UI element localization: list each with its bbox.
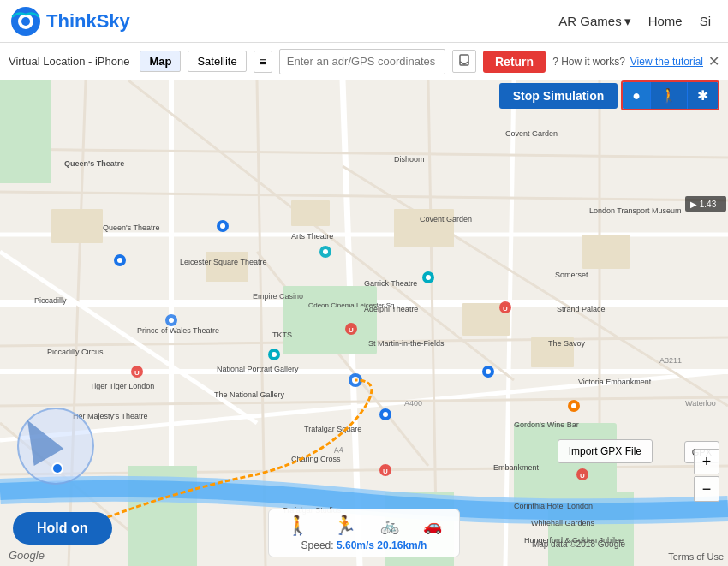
svg-rect-32: [51, 209, 103, 243]
mode-walk-btn[interactable]: 🚶: [651, 82, 688, 109]
bookmark-icon: [458, 54, 470, 66]
mode-record-btn[interactable]: ●: [623, 82, 651, 109]
svg-text:A3211: A3211: [659, 356, 682, 365]
nav-home[interactable]: Home: [648, 14, 683, 28]
toolbar: Virtual Location - iPhone Map Satellite …: [0, 43, 728, 80]
svg-text:Piccadilly Circus: Piccadilly Circus: [47, 348, 104, 356]
map-area[interactable]: U U U U U Queen's Theatre Queen's Theatr…: [0, 80, 728, 566]
nav-area: AR Games ▾ Home Si: [558, 14, 728, 29]
svg-text:▶ 1.43: ▶ 1.43: [690, 200, 717, 209]
compass-circle: [17, 408, 94, 485]
svg-point-42: [169, 318, 174, 323]
zoom-controls: + −: [694, 449, 719, 502]
car-speed-icon[interactable]: 🚗: [423, 516, 442, 535]
svg-text:Queen's Theatre: Queen's Theatre: [103, 223, 160, 232]
svg-text:Whitehall Gardens: Whitehall Gardens: [531, 519, 595, 527]
logo-area: ThinkSky: [0, 6, 558, 37]
svg-text:Piccadilly: Piccadilly: [34, 296, 67, 305]
svg-text:Corinthia Hotel London: Corinthia Hotel London: [514, 502, 593, 510]
tutorial-link[interactable]: View the tutorial: [630, 56, 703, 68]
zoom-out-btn[interactable]: −: [694, 476, 719, 502]
svg-text:U: U: [383, 468, 388, 475]
bike-speed-icon[interactable]: 🚲: [380, 516, 399, 535]
mode-auto-btn[interactable]: ✱: [688, 82, 718, 109]
svg-point-52: [486, 369, 491, 374]
svg-point-44: [323, 249, 328, 254]
map-svg: U U U U U Queen's Theatre Queen's Theatr…: [0, 80, 728, 566]
compass: [17, 408, 94, 485]
help-area: ? How it works? View the tutorial ✕: [552, 53, 719, 69]
svg-text:TKTS: TKTS: [272, 331, 292, 339]
svg-text:National Portrait Gallery: National Portrait Gallery: [217, 365, 299, 373]
svg-text:Covent Garden: Covent Garden: [420, 215, 472, 223]
bookmark-btn[interactable]: [452, 50, 476, 73]
svg-text:St Martin-in-the-Fields: St Martin-in-the-Fields: [368, 339, 445, 348]
svg-text:A4: A4: [333, 445, 343, 455]
svg-point-56: [117, 258, 122, 263]
terms-of-use[interactable]: Terms of Use: [668, 551, 724, 562]
svg-text:U: U: [349, 326, 354, 334]
svg-text:Strand Palace: Strand Palace: [557, 305, 606, 313]
svg-text:Trafalgar Square: Trafalgar Square: [304, 425, 361, 433]
close-btn[interactable]: ✕: [708, 53, 719, 69]
stop-simulation-btn[interactable]: Stop Simulation: [499, 83, 618, 109]
svg-text:Dishoom: Dishoom: [394, 155, 425, 164]
svg-text:Prince of Wales Theatre: Prince of Wales Theatre: [137, 326, 219, 335]
svg-text:U: U: [134, 369, 140, 377]
svg-text:London Transport Museum: London Transport Museum: [589, 206, 682, 215]
map-type-satellite-btn[interactable]: Satellite: [188, 51, 246, 72]
list-icon-btn[interactable]: ≡: [254, 51, 272, 73]
page-title: Virtual Location - iPhone: [9, 55, 129, 68]
svg-text:A400: A400: [404, 399, 422, 408]
coord-input[interactable]: [279, 49, 445, 74]
zoom-in-btn[interactable]: +: [694, 449, 719, 474]
svg-point-58: [571, 403, 576, 408]
sim-controls: Stop Simulation ● 🚶 ✱: [499, 80, 719, 110]
svg-text:Somerset: Somerset: [555, 271, 588, 279]
speed-icons: 🚶 🏃 🚲 🚗: [286, 515, 442, 537]
speed-value: 5.60m/s 20.16km/h: [337, 539, 427, 551]
map-data-text: Map data ©2018 Google: [532, 539, 625, 549]
speed-text: Speed: 5.60m/s 20.16km/h: [301, 539, 427, 551]
svg-text:Victoria Embankment: Victoria Embankment: [578, 378, 652, 386]
svg-text:The Savoy: The Savoy: [548, 339, 586, 348]
svg-point-2: [21, 17, 30, 26]
svg-text:Empire Casino: Empire Casino: [253, 292, 303, 301]
app-header: ThinkSky AR Games ▾ Home Si: [0, 0, 728, 43]
walk-speed-icon[interactable]: 🚶: [286, 515, 309, 537]
run-speed-icon[interactable]: 🏃: [333, 515, 356, 537]
chevron-down-icon: ▾: [624, 14, 631, 29]
logo-icon: [10, 6, 41, 37]
svg-text:Queen's Theatre: Queen's Theatre: [64, 159, 124, 168]
map-type-map-btn[interactable]: Map: [140, 51, 181, 72]
import-gpx-btn[interactable]: Import GPX File: [558, 439, 653, 463]
svg-text:U: U: [503, 305, 508, 313]
mode-buttons: ● 🚶 ✱: [621, 80, 719, 110]
svg-rect-33: [206, 252, 248, 282]
svg-text:Leicester Square Theatre: Leicester Square Theatre: [180, 258, 266, 266]
hold-on-btn[interactable]: Hold on: [13, 512, 112, 545]
svg-text:The National Gallery: The National Gallery: [214, 390, 285, 399]
svg-text:Tiger Tiger London: Tiger Tiger London: [90, 382, 154, 390]
google-footer: Google: [9, 549, 45, 562]
svg-point-50: [383, 412, 388, 417]
svg-point-46: [426, 275, 431, 280]
compass-dot: [51, 462, 63, 474]
svg-text:Waterloo: Waterloo: [685, 399, 716, 408]
svg-text:Covent Garden: Covent Garden: [505, 129, 558, 138]
svg-text:Garrick Theatre: Garrick Theatre: [364, 279, 417, 288]
svg-point-48: [272, 352, 277, 357]
nav-ar-games[interactable]: AR Games ▾: [558, 14, 630, 29]
speed-panel: 🚶 🏃 🚲 🚗 Speed: 5.60m/s 20.16km/h: [268, 509, 460, 557]
svg-rect-35: [582, 235, 630, 269]
logo-text: ThinkSky: [46, 10, 130, 33]
svg-text:Arts Theatre: Arts Theatre: [291, 232, 333, 241]
svg-text:Embankment: Embankment: [493, 463, 540, 472]
svg-rect-36: [291, 200, 330, 226]
svg-text:Gordon's Wine Bar: Gordon's Wine Bar: [514, 420, 579, 429]
svg-rect-27: [0, 80, 51, 183]
svg-point-54: [220, 223, 225, 229]
return-btn[interactable]: Return: [483, 51, 546, 73]
svg-text:Adelphi Theatre: Adelphi Theatre: [364, 305, 418, 313]
nav-si[interactable]: Si: [700, 14, 711, 28]
